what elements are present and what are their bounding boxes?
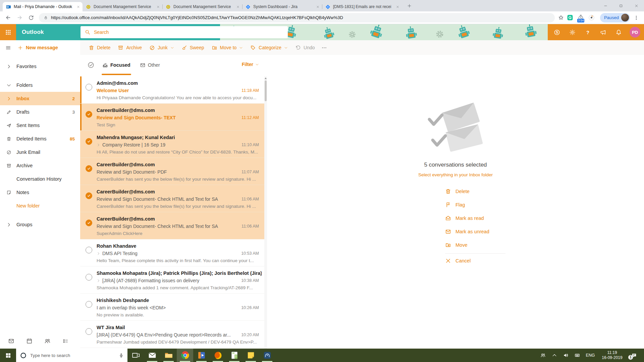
calendar-icon[interactable] bbox=[26, 338, 33, 344]
email-list-item[interactable]: Admin@dms.com Welcome User 11:18 AM Hi P… bbox=[80, 76, 264, 104]
outlook-search-bar[interactable] bbox=[80, 26, 288, 38]
question-icon[interactable]: ? bbox=[585, 29, 591, 36]
tab-close-icon[interactable] bbox=[77, 5, 80, 8]
sidebar-item[interactable]: Drafts 3 bbox=[0, 105, 80, 119]
email-list-item[interactable]: Hrishikesh Deshpande I am in overlap thi… bbox=[80, 294, 264, 321]
taskbar-app[interactable] bbox=[210, 349, 226, 362]
scrollbar-thumb[interactable] bbox=[265, 80, 267, 101]
back-button[interactable] bbox=[3, 13, 13, 22]
action-center-button[interactable]: 1 bbox=[627, 353, 641, 358]
sidebar-item[interactable]: Conversation History bbox=[0, 172, 80, 186]
email-checkbox[interactable] bbox=[86, 301, 92, 308]
selection-action[interactable]: Move bbox=[445, 238, 505, 252]
browser-tab[interactable]: [DMS-1831] Emails are not recei bbox=[322, 2, 402, 11]
email-checkbox[interactable] bbox=[86, 138, 92, 145]
scroll-up-arrow[interactable] bbox=[265, 77, 267, 79]
email-checkbox[interactable] bbox=[86, 165, 92, 172]
email-checkbox[interactable] bbox=[86, 111, 92, 118]
sidebar-item[interactable]: Groups bbox=[0, 218, 80, 231]
toolbar-button[interactable]: Sweep bbox=[178, 40, 208, 55]
select-all-checkbox[interactable] bbox=[87, 61, 95, 69]
expand-conversation-icon[interactable] bbox=[97, 252, 100, 255]
selection-action[interactable]: Cancel bbox=[445, 253, 505, 267]
sidebar-item[interactable]: New folder bbox=[0, 199, 80, 213]
extension-green-icon[interactable] bbox=[566, 13, 575, 22]
extension-round-icon[interactable] bbox=[587, 13, 596, 22]
sidebar-item[interactable]: Sent Items bbox=[0, 119, 80, 132]
sidebar-item[interactable]: Favorites bbox=[0, 60, 80, 73]
email-list-item[interactable]: Shamooka Mohapatra (Jira); Patrick Phill… bbox=[80, 266, 264, 294]
tab-close-icon[interactable] bbox=[236, 5, 239, 8]
forward-button[interactable] bbox=[15, 13, 24, 22]
gear-icon[interactable] bbox=[569, 29, 576, 36]
taskbar-app[interactable] bbox=[127, 349, 144, 362]
select-everything-link[interactable]: Select everything in your Inbox folder bbox=[418, 172, 493, 177]
browser-menu-icon[interactable] bbox=[632, 15, 641, 20]
email-checkbox[interactable] bbox=[86, 328, 92, 335]
megaphone-icon[interactable] bbox=[600, 29, 606, 36]
taskbar-app[interactable] bbox=[243, 349, 259, 362]
list-scrollbar[interactable] bbox=[264, 76, 267, 349]
email-list-item[interactable]: Mahendra Mungase; Kunal Kedari Company R… bbox=[80, 131, 264, 158]
toolbar-button[interactable]: Junk bbox=[146, 40, 178, 55]
address-bar[interactable]: https://outlook.office.com/mail/inbox/id… bbox=[39, 13, 555, 22]
email-list-item[interactable]: CareerBuilder@dms.com Review and Sign Do… bbox=[80, 104, 264, 131]
sidebar-item[interactable]: Junk Email bbox=[0, 145, 80, 159]
account-avatar[interactable]: PD bbox=[630, 27, 640, 38]
sidebar-item[interactable]: Folders bbox=[0, 78, 80, 92]
mail-icon[interactable] bbox=[8, 338, 14, 344]
toolbar-button[interactable]: Delete bbox=[85, 40, 114, 55]
chevron-up-icon[interactable] bbox=[549, 353, 560, 358]
people-icon[interactable] bbox=[537, 353, 549, 358]
clock[interactable]: 11:19 16-09-2019 bbox=[598, 350, 627, 360]
language-indicator[interactable]: ENG bbox=[583, 353, 598, 358]
expand-conversation-icon[interactable] bbox=[97, 279, 100, 283]
taskbar-search[interactable] bbox=[16, 349, 127, 362]
email-checkbox[interactable] bbox=[86, 274, 92, 281]
email-list-item[interactable]: CareerBuilder@dms.com Review and Sign Do… bbox=[80, 158, 264, 185]
sync-paused-button[interactable]: Paused bbox=[600, 13, 630, 22]
speaker-icon[interactable] bbox=[560, 353, 572, 358]
email-checkbox[interactable] bbox=[86, 220, 92, 226]
taskbar-search-input[interactable] bbox=[30, 353, 115, 358]
start-button[interactable] bbox=[0, 349, 16, 362]
mic-icon[interactable] bbox=[119, 353, 124, 358]
taskbar-app[interactable] bbox=[160, 349, 177, 362]
email-checkbox[interactable] bbox=[86, 84, 92, 90]
reload-button[interactable] bbox=[26, 13, 36, 22]
email-checkbox[interactable] bbox=[86, 247, 92, 253]
browser-tab[interactable]: Document Management Service bbox=[83, 2, 162, 11]
sidebar-item[interactable]: Archive bbox=[0, 159, 80, 172]
tab-close-icon[interactable] bbox=[316, 5, 319, 8]
sidebar-collapse-button[interactable] bbox=[5, 45, 11, 51]
browser-tab[interactable]: Document Management Service bbox=[162, 2, 242, 11]
bookmark-star-icon[interactable] bbox=[558, 15, 564, 20]
filter-button[interactable]: Filter bbox=[242, 62, 259, 67]
selection-action[interactable]: Delete bbox=[445, 185, 505, 198]
search-input[interactable] bbox=[94, 29, 283, 35]
toolbar-button[interactable]: Move to bbox=[208, 40, 247, 55]
selection-action[interactable]: Mark as read bbox=[445, 212, 505, 225]
new-message-button[interactable]: New message bbox=[18, 45, 58, 50]
sidebar-item[interactable]: Deleted Items 85 bbox=[0, 132, 80, 145]
email-list-item[interactable]: WT Jira Mail [JIRA] (DEV-6479) QA Env>Pe… bbox=[80, 321, 264, 348]
selection-action[interactable]: Mark as unread bbox=[445, 225, 505, 238]
email-list-item[interactable]: CareerBuilder@dms.com Review and Sign Do… bbox=[80, 185, 264, 212]
taskbar-app[interactable] bbox=[259, 349, 275, 362]
maximize-button[interactable] bbox=[613, 0, 629, 11]
toolbar-button[interactable]: Archive bbox=[114, 40, 146, 55]
view-tab[interactable]: Focused bbox=[102, 61, 130, 69]
app-launcher-button[interactable] bbox=[0, 24, 16, 40]
sidebar-item[interactable]: Notes bbox=[0, 186, 80, 199]
taskbar-app[interactable] bbox=[144, 349, 160, 362]
taskbar-app[interactable] bbox=[177, 349, 193, 362]
tab-close-icon[interactable] bbox=[157, 5, 160, 8]
bell-icon[interactable] bbox=[615, 29, 622, 36]
selection-action[interactable]: Flag bbox=[445, 198, 505, 212]
tab-close-icon[interactable] bbox=[396, 5, 399, 8]
toolbar-button[interactable] bbox=[319, 40, 332, 55]
expand-conversation-icon[interactable] bbox=[97, 143, 100, 147]
todo-icon[interactable] bbox=[62, 338, 69, 344]
sidebar-item[interactable]: Inbox 2 bbox=[0, 92, 80, 105]
email-checkbox[interactable] bbox=[86, 192, 92, 199]
